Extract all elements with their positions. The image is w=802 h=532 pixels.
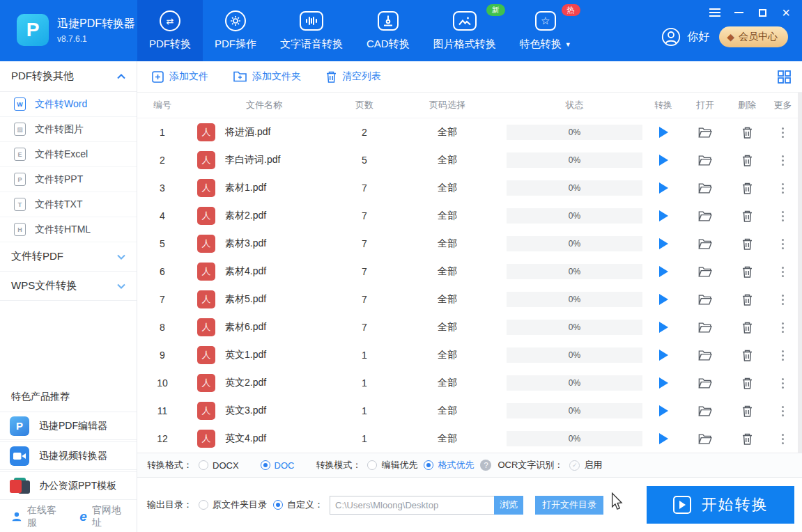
convert-play-button[interactable] bbox=[659, 294, 668, 305]
online-support-link[interactable]: 在线客服 bbox=[11, 504, 61, 529]
convert-play-button[interactable] bbox=[659, 405, 668, 416]
mode-option-format[interactable]: 格式优先 bbox=[424, 459, 474, 471]
open-folder-button[interactable] bbox=[698, 405, 712, 417]
radio-custom-folder[interactable] bbox=[273, 500, 283, 510]
table-scrollbar[interactable] bbox=[798, 93, 802, 453]
grid-view-toggle[interactable] bbox=[778, 70, 791, 84]
table-row[interactable]: 4 人 素材2.pdf 7 全部 0% bbox=[137, 202, 798, 230]
format-option-docx[interactable]: DOCX bbox=[199, 460, 239, 471]
more-options-button[interactable] bbox=[779, 264, 787, 280]
open-folder-button[interactable] bbox=[698, 377, 712, 389]
mode-option-edit[interactable]: 编辑优先 bbox=[367, 459, 417, 471]
delete-button[interactable] bbox=[742, 294, 753, 306]
more-options-button[interactable] bbox=[779, 320, 787, 336]
open-folder-button[interactable] bbox=[698, 238, 712, 250]
output-option-custom[interactable]: 自定义： bbox=[273, 499, 323, 511]
table-row[interactable]: 11 人 英文3.pdf 1 全部 0% bbox=[137, 397, 798, 425]
more-options-button[interactable] bbox=[779, 208, 787, 224]
page-range-select[interactable]: 全部 bbox=[388, 154, 507, 166]
delete-button[interactable] bbox=[742, 266, 753, 278]
open-folder-button[interactable] bbox=[698, 266, 712, 278]
delete-button[interactable] bbox=[742, 433, 753, 445]
delete-button[interactable] bbox=[742, 127, 753, 139]
radio-format-priority[interactable] bbox=[424, 460, 433, 470]
page-range-select[interactable]: 全部 bbox=[388, 182, 507, 194]
promo-video-converter[interactable]: 迅捷视频转换器 bbox=[0, 441, 137, 470]
table-row[interactable]: 1 人 将进酒.pdf 2 全部 0% bbox=[137, 118, 798, 146]
more-options-button[interactable] bbox=[779, 180, 787, 196]
nav-tab-special-convert[interactable]: 热 ☆ 特色转换▼ bbox=[508, 0, 583, 61]
convert-play-button[interactable] bbox=[659, 210, 668, 221]
delete-button[interactable] bbox=[742, 405, 753, 417]
output-option-original[interactable]: 原文件夹目录 bbox=[199, 499, 267, 511]
table-row[interactable]: 8 人 素材6.pdf 7 全部 0% bbox=[137, 313, 798, 341]
delete-button[interactable] bbox=[742, 322, 753, 334]
more-options-button[interactable] bbox=[779, 347, 787, 363]
table-row[interactable]: 12 人 英文4.pdf 1 全部 0% bbox=[137, 425, 798, 453]
table-row[interactable]: 9 人 英文1.pdf 1 全部 0% bbox=[137, 341, 798, 369]
convert-play-button[interactable] bbox=[659, 127, 668, 138]
page-range-select[interactable]: 全部 bbox=[388, 126, 507, 139]
promo-ppt-templates[interactable]: 办公资源PPT模板 bbox=[0, 471, 137, 500]
open-folder-button[interactable] bbox=[698, 322, 712, 334]
open-folder-button[interactable] bbox=[698, 182, 712, 194]
page-range-select[interactable]: 全部 bbox=[388, 349, 507, 361]
more-options-button[interactable] bbox=[779, 375, 787, 391]
maximize-button[interactable] bbox=[752, 5, 773, 20]
radio-original-folder[interactable] bbox=[199, 500, 208, 510]
nav-tab-cad-convert[interactable]: CAD转换 bbox=[355, 0, 422, 61]
sidebar-group-to-pdf[interactable]: 文件转PDF bbox=[0, 242, 137, 272]
page-range-select[interactable]: 全部 bbox=[388, 210, 507, 222]
delete-button[interactable] bbox=[742, 155, 753, 166]
page-range-select[interactable]: 全部 bbox=[388, 405, 507, 417]
help-icon[interactable]: ? bbox=[480, 460, 491, 471]
sidebar-item-to-html[interactable]: H 文件转HTML bbox=[0, 217, 137, 242]
clear-list-button[interactable]: 清空列表 bbox=[326, 70, 381, 83]
convert-play-button[interactable] bbox=[659, 433, 668, 444]
ocr-option-enable[interactable]: ✓ 启用 bbox=[569, 459, 602, 471]
format-option-doc[interactable]: DOC bbox=[261, 460, 295, 471]
more-options-button[interactable] bbox=[779, 403, 787, 419]
page-range-select[interactable]: 全部 bbox=[388, 237, 507, 250]
nav-tab-speech-convert[interactable]: 文字语音转换 bbox=[268, 0, 355, 61]
sidebar-group-wps[interactable]: WPS文件转换 bbox=[0, 272, 137, 301]
close-button[interactable]: × bbox=[776, 5, 796, 20]
convert-play-button[interactable] bbox=[659, 377, 668, 389]
user-greeting[interactable]: 你好 bbox=[661, 27, 709, 47]
menu-button[interactable] bbox=[704, 5, 725, 20]
table-row[interactable]: 7 人 素材5.pdf 7 全部 0% bbox=[137, 285, 798, 313]
page-range-select[interactable]: 全部 bbox=[388, 321, 507, 334]
convert-play-button[interactable] bbox=[659, 266, 668, 277]
table-row[interactable]: 5 人 素材3.pdf 7 全部 0% bbox=[137, 230, 798, 258]
table-row[interactable]: 3 人 素材1.pdf 7 全部 0% bbox=[137, 174, 798, 202]
nav-tab-image-convert[interactable]: 新 图片格式转换 bbox=[422, 0, 508, 61]
delete-button[interactable] bbox=[742, 210, 753, 222]
add-file-button[interactable]: 添加文件 bbox=[152, 70, 208, 83]
page-range-select[interactable]: 全部 bbox=[388, 293, 507, 306]
radio-edit-priority[interactable] bbox=[367, 460, 377, 470]
nav-tab-pdf-convert[interactable]: ⇄ PDF转换 bbox=[137, 0, 203, 61]
sidebar-item-to-image[interactable]: ▨ 文件转图片 bbox=[0, 117, 137, 142]
open-folder-button[interactable] bbox=[698, 210, 712, 222]
output-path-input[interactable] bbox=[330, 496, 494, 515]
page-range-select[interactable]: 全部 bbox=[388, 432, 507, 445]
open-folder-button[interactable] bbox=[698, 294, 712, 306]
more-options-button[interactable] bbox=[779, 431, 787, 447]
sidebar-group-pdf-other[interactable]: PDF转换其他 bbox=[0, 61, 137, 92]
more-options-button[interactable] bbox=[779, 292, 787, 308]
delete-button[interactable] bbox=[742, 182, 753, 194]
add-folder-button[interactable]: 添加文件夹 bbox=[233, 70, 301, 83]
sidebar-item-to-word[interactable]: W 文件转Word bbox=[0, 92, 137, 117]
browse-button[interactable]: 浏览 bbox=[494, 496, 523, 515]
nav-tab-pdf-operate[interactable]: PDF操作 bbox=[203, 0, 268, 61]
vip-center-button[interactable]: ◆ 会员中心 bbox=[719, 26, 788, 47]
more-options-button[interactable] bbox=[779, 236, 787, 252]
more-options-button[interactable] bbox=[779, 125, 787, 141]
convert-play-button[interactable] bbox=[659, 155, 668, 166]
delete-button[interactable] bbox=[742, 377, 753, 389]
delete-button[interactable] bbox=[742, 238, 753, 250]
open-folder-button[interactable] bbox=[698, 155, 712, 166]
open-folder-button[interactable] bbox=[698, 127, 712, 139]
radio-docx[interactable] bbox=[199, 460, 208, 470]
more-options-button[interactable] bbox=[779, 152, 787, 169]
